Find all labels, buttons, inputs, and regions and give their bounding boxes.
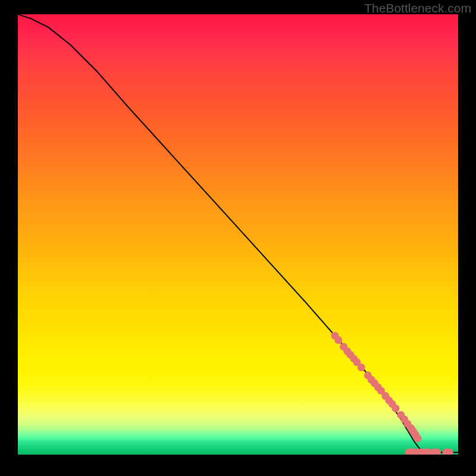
watermark-text: TheBottleneck.com [364, 1, 471, 15]
chart-svg [18, 14, 458, 455]
data-point [414, 434, 421, 442]
data-point [334, 336, 342, 344]
curve-line [18, 14, 458, 452]
data-point [392, 405, 399, 412]
data-point [358, 364, 365, 371]
chart-plot-area [18, 14, 458, 455]
data-points-group [331, 332, 453, 455]
